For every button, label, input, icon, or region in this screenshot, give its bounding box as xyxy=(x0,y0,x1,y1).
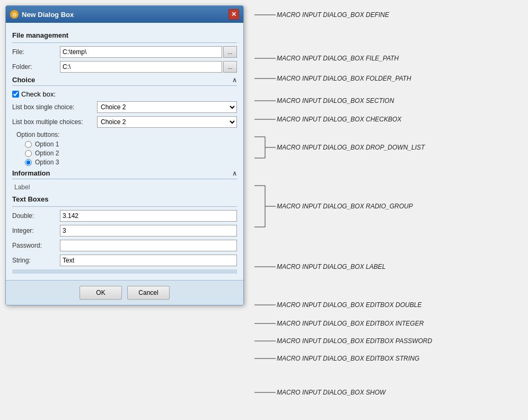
radio-option1[interactable] xyxy=(25,141,32,148)
dialog-box: ⊙ New Dialog Box ✕ File management File:… xyxy=(5,5,244,305)
string-input[interactable] xyxy=(60,255,237,266)
password-row: Password: xyxy=(12,240,237,251)
anno-label: MACRO INPUT DIALOG_BOX LABEL xyxy=(277,262,385,270)
string-label: String: xyxy=(12,257,60,264)
close-button[interactable]: ✕ xyxy=(228,9,239,20)
information-label: Information xyxy=(12,169,50,177)
scroll-bar[interactable] xyxy=(12,269,237,274)
double-label: Double: xyxy=(12,212,60,220)
file-management-header: File management xyxy=(12,31,237,39)
anno-editbox-string: MACRO INPUT DIALOG_BOX EDITBOX STRING xyxy=(277,354,419,362)
info-label-text: Label xyxy=(12,183,237,191)
list-multiple-row: List box multiple choices: Choice 1 Choi… xyxy=(12,116,237,128)
checkbox-label: Check box: xyxy=(21,90,56,98)
string-row: String: xyxy=(12,255,237,266)
file-management-divider xyxy=(12,42,237,43)
radio-label-2: Option 2 xyxy=(35,150,59,157)
text-boxes-divider xyxy=(12,206,237,207)
anno-folder-path: MACRO INPUT DIALOG_BOX FOLDER_PATH xyxy=(277,74,411,82)
integer-label: Integer: xyxy=(12,227,60,234)
integer-input[interactable] xyxy=(60,225,237,237)
file-row: File: ... xyxy=(12,46,237,58)
folder-label: Folder: xyxy=(12,63,60,71)
anno-define: MACRO INPUT DIALOG_BOX DEFINE xyxy=(277,11,389,19)
list-multiple-dropdown[interactable]: Choice 1 Choice 2 Choice 3 xyxy=(97,116,237,128)
radio-row-3: Option 3 xyxy=(25,159,237,166)
dialog-body: File management File: ... Folder: ... Ch… xyxy=(6,23,243,280)
radio-label-3: Option 3 xyxy=(35,159,59,166)
file-browse-button[interactable]: ... xyxy=(223,46,237,58)
check-box-input[interactable] xyxy=(12,91,19,98)
radio-label-1: Option 1 xyxy=(35,141,59,148)
dialog-footer: OK Cancel xyxy=(6,280,243,305)
dialog-icon: ⊙ xyxy=(10,10,19,19)
information-collapse-icon[interactable]: ∧ xyxy=(232,170,237,177)
radio-group: Option buttons: Option 1 Option 2 Option… xyxy=(16,131,237,166)
folder-input[interactable] xyxy=(60,61,222,73)
folder-browse-button[interactable]: ... xyxy=(223,61,237,73)
choice-label: Choice xyxy=(12,76,35,84)
folder-row: Folder: ... xyxy=(12,61,237,73)
list-multiple-label: List box multiple choices: xyxy=(12,118,97,126)
anno-dropdown: MACRO INPUT DIALOG_BOX DROP_DOWN_LIST xyxy=(277,143,425,151)
dialog-title: New Dialog Box xyxy=(22,11,74,19)
radio-option3[interactable] xyxy=(25,159,32,166)
title-bar: ⊙ New Dialog Box ✕ xyxy=(6,6,243,23)
anno-editbox-double: MACRO INPUT DIALOG_BOX EDITBOX DOUBLE xyxy=(277,301,421,309)
anno-radio: MACRO INPUT DIALOG_BOX RADIO_GROUP xyxy=(277,202,413,210)
list-single-row: List box single choice: Choice 1 Choice … xyxy=(12,101,237,113)
anno-section: MACRO INPUT DIALOG_BOX SECTION xyxy=(277,97,394,104)
checkbox-row: Check box: xyxy=(12,90,237,98)
anno-show: MACRO INPUT DIALOG_BOX SHOW xyxy=(277,388,385,396)
anno-file-path: MACRO INPUT DIALOG_BOX FILE_PATH xyxy=(277,54,399,62)
list-single-dropdown[interactable]: Choice 1 Choice 2 Choice 3 xyxy=(97,101,237,113)
ok-button[interactable]: OK xyxy=(80,286,122,300)
double-row: Double: xyxy=(12,210,237,222)
file-label: File: xyxy=(12,48,60,56)
choice-collapse-icon[interactable]: ∧ xyxy=(232,76,237,84)
annotations-panel: MACRO INPUT DIALOG_BOX DEFINE MACRO INPU… xyxy=(254,5,520,419)
password-label: Password: xyxy=(12,242,60,249)
cancel-button[interactable]: Cancel xyxy=(127,286,170,300)
main-container: ⊙ New Dialog Box ✕ File management File:… xyxy=(5,5,520,419)
list-single-label: List box single choice: xyxy=(12,103,97,111)
text-boxes-header: Text Boxes xyxy=(12,195,237,203)
double-input[interactable] xyxy=(60,210,237,222)
radio-option2[interactable] xyxy=(25,150,32,157)
title-bar-left: ⊙ New Dialog Box xyxy=(10,10,74,19)
anno-checkbox: MACRO INPUT DIALOG_BOX CHECKBOX xyxy=(277,115,401,123)
radio-row-2: Option 2 xyxy=(25,150,237,157)
information-section-header: Information ∧ xyxy=(12,169,237,179)
integer-row: Integer: xyxy=(12,225,237,237)
file-input[interactable] xyxy=(60,46,222,58)
anno-editbox-integer: MACRO INPUT DIALOG_BOX EDITBOX INTEGER xyxy=(277,319,424,327)
option-buttons-label: Option buttons: xyxy=(16,131,237,138)
radio-row-1: Option 1 xyxy=(25,141,237,148)
choice-section-header: Choice ∧ xyxy=(12,76,237,86)
anno-editbox-password: MACRO INPUT DIALOG_BOX EDITBOX PASSWORD xyxy=(277,337,432,345)
password-input[interactable] xyxy=(60,240,237,251)
